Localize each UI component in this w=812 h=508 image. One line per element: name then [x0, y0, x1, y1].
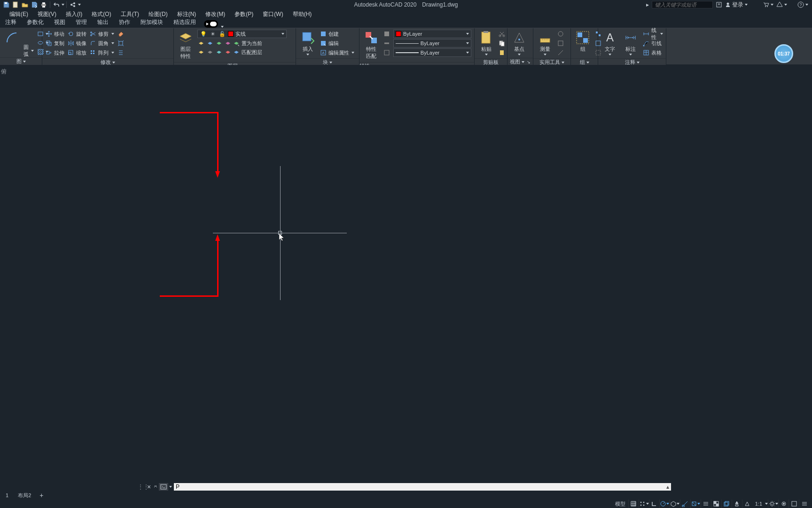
tool-copy[interactable]: 复制: [45, 39, 64, 48]
menu-param[interactable]: 参数(P): [230, 9, 258, 19]
layout-add-button[interactable]: +: [36, 491, 47, 500]
menu-help[interactable]: 帮助(H): [288, 9, 317, 19]
tool-arc-label[interactable]: 圆弧: [23, 47, 34, 55]
qat-new-icon[interactable]: [11, 0, 20, 9]
layer-selector[interactable]: 💡 ☀ 🔓 实线: [197, 30, 287, 38]
panel-view-title[interactable]: 视图 ↘: [508, 58, 533, 65]
block-editattr[interactable]: A编辑属性: [320, 48, 354, 57]
tab-featured-play-icon[interactable]: [204, 20, 218, 28]
cut-icon[interactable]: [498, 30, 506, 38]
menu-window[interactable]: 窗口(W): [258, 9, 288, 19]
status-annovisibility-icon[interactable]: [742, 500, 752, 508]
tool-move[interactable]: 移动: [45, 30, 64, 38]
qat-saveas-icon[interactable]: [30, 0, 39, 9]
tool-rotate[interactable]: 旋转: [67, 30, 86, 38]
cmd-grip-icon[interactable]: ⋮⋮: [141, 484, 146, 490]
tab-view[interactable]: 视图: [49, 17, 70, 28]
qat-share-icon[interactable]: [69, 0, 77, 9]
status-polar-icon[interactable]: [659, 500, 670, 508]
color-selector[interactable]: ByLayer: [393, 30, 471, 38]
tab-output[interactable]: 输出: [92, 17, 114, 28]
status-grid-icon[interactable]: [628, 500, 639, 508]
cmd-expand-icon[interactable]: ▴: [664, 483, 671, 491]
tool-scale[interactable]: 缩放: [67, 48, 86, 57]
drawing-viewport[interactable]: 俯: [0, 65, 812, 483]
qat-save-icon[interactable]: [2, 0, 10, 9]
layer-setcurrent[interactable]: 置为当前: [233, 39, 262, 48]
copy-clip-icon[interactable]: [498, 40, 506, 47]
layer-properties-button[interactable]: 图层 特性: [177, 30, 195, 61]
status-cycling-icon[interactable]: [721, 500, 732, 508]
tool-fillet[interactable]: 圆角: [89, 39, 114, 48]
block-create[interactable]: 创建: [320, 30, 354, 38]
status-gear-icon[interactable]: [768, 500, 778, 508]
layer-icon8[interactable]: [224, 48, 232, 56]
tab-parametric[interactable]: 参数化: [22, 17, 49, 28]
status-clean-icon[interactable]: [789, 500, 799, 508]
layer-icon1[interactable]: [197, 40, 205, 47]
tool-mirror[interactable]: 镜像: [67, 39, 86, 48]
basepoint-button[interactable]: 基点: [510, 30, 528, 56]
tab-manage[interactable]: 管理: [70, 17, 92, 28]
props-icon3[interactable]: [383, 49, 390, 56]
undo-dropdown-icon[interactable]: [62, 4, 64, 6]
annot-linear[interactable]: 线性: [642, 30, 663, 38]
linetype-selector[interactable]: ByLayer: [393, 48, 471, 57]
status-model[interactable]: 模型: [612, 500, 628, 508]
props-icon2[interactable]: [383, 40, 390, 47]
cmd-close-icon[interactable]: ×: [146, 483, 152, 491]
search-input[interactable]: [652, 1, 713, 8]
tool-trim[interactable]: 修剪: [89, 30, 114, 38]
tool-array[interactable]: 阵列: [89, 48, 114, 57]
layer-match[interactable]: 匹配图层: [233, 48, 262, 56]
layer-icon2[interactable]: [206, 40, 214, 47]
layout-tab-2[interactable]: 布局2: [13, 492, 36, 500]
tabs-overflow-icon[interactable]: [221, 26, 224, 28]
panel-draw-title[interactable]: 图: [0, 57, 42, 65]
status-customize-icon[interactable]: [799, 500, 809, 508]
status-transparency-icon[interactable]: [711, 500, 721, 508]
measure-button[interactable]: 测量: [536, 30, 554, 57]
lineweight-selector[interactable]: ByLayer: [393, 39, 471, 48]
util-icon3[interactable]: [557, 49, 564, 56]
cmd-prompt-icon[interactable]: [159, 483, 168, 491]
tab-collab[interactable]: 协作: [114, 17, 135, 28]
status-isolate-icon[interactable]: [778, 500, 789, 508]
match-properties-button[interactable]: 特性 匹配: [362, 30, 380, 61]
group-button[interactable]: 组: [574, 30, 592, 57]
status-lwt-icon[interactable]: [701, 500, 711, 508]
cmd-history-icon[interactable]: [169, 486, 172, 488]
tool-arc[interactable]: [3, 30, 21, 46]
props-icon1[interactable]: [383, 30, 390, 38]
block-edit[interactable]: 编辑: [320, 39, 354, 48]
annot-leader[interactable]: 引线: [642, 39, 663, 48]
status-osnap-icon[interactable]: [680, 500, 690, 508]
command-input[interactable]: [174, 483, 664, 491]
cmd-customize-icon[interactable]: [152, 484, 159, 489]
cart-icon[interactable]: [763, 1, 773, 8]
text-button[interactable]: A文字: [601, 30, 619, 57]
tool-erase[interactable]: [117, 30, 125, 38]
help-icon[interactable]: ?: [797, 1, 808, 8]
layer-icon7[interactable]: [215, 48, 223, 56]
qat-dropdown-icon[interactable]: [78, 4, 81, 6]
app-menu-icon[interactable]: [776, 1, 787, 8]
layer-icon4[interactable]: [224, 40, 232, 47]
qat-open-icon[interactable]: [21, 0, 29, 9]
status-annoscale-icon[interactable]: [732, 500, 742, 508]
layer-icon6[interactable]: [206, 48, 214, 56]
status-snap-icon[interactable]: [639, 500, 649, 508]
status-ortho-icon[interactable]: [649, 500, 659, 508]
layer-icon3[interactable]: [215, 40, 223, 47]
tab-annotate[interactable]: 注释: [0, 17, 22, 28]
tool-offset[interactable]: [117, 48, 125, 57]
dimension-button[interactable]: 标注: [622, 30, 640, 57]
tab-addins[interactable]: 附加模块: [135, 17, 168, 28]
login-button[interactable]: 登录: [725, 1, 748, 9]
tool-explode[interactable]: [117, 39, 125, 48]
paste-special-icon[interactable]: [498, 49, 506, 56]
tab-featured[interactable]: 精选应用: [168, 17, 201, 28]
qat-undo-icon[interactable]: [52, 0, 61, 9]
paste-button[interactable]: 粘贴: [477, 30, 495, 57]
block-insert-button[interactable]: 插入: [299, 30, 317, 57]
